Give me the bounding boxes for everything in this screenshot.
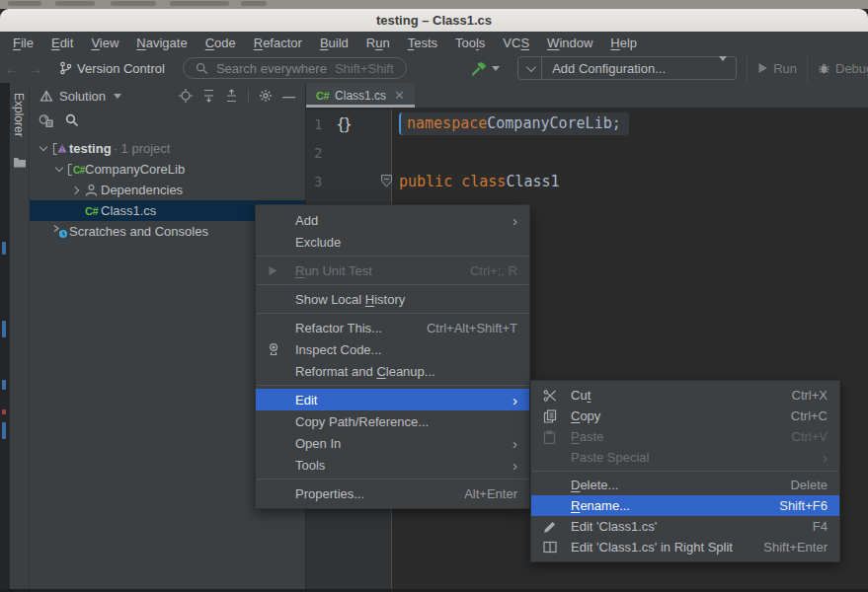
- tree-chevron-right-icon[interactable]: [67, 187, 82, 193]
- menu-item-open-in[interactable]: Open In›: [256, 432, 529, 454]
- tree-item-dependencies[interactable]: Dependencies: [30, 180, 305, 200]
- menu-item-cut[interactable]: CutCtrl+X: [531, 385, 839, 406]
- tool-window-bar: Explorer: [10, 83, 30, 589]
- menu-item-rename[interactable]: Rename...Shift+F6: [531, 495, 839, 516]
- menubar-item-code[interactable]: Code: [197, 34, 245, 52]
- menubar-item-vcs[interactable]: VCS: [494, 34, 538, 52]
- menu-item-copy[interactable]: CopyCtrl+C: [531, 406, 839, 426]
- main-toolbar: ← → Version Control Search everywhere Sh…: [0, 53, 868, 83]
- build-solution-button[interactable]: [471, 61, 500, 76]
- window-title: testing – Class1.cs: [376, 13, 492, 28]
- scratches-icon: [50, 224, 69, 239]
- run-config-chevron-icon: [518, 57, 542, 79]
- scissors-icon: [543, 389, 571, 403]
- menubar-item-help[interactable]: Help: [601, 34, 646, 52]
- back-arrow-icon[interactable]: ←: [0, 60, 24, 77]
- search-everywhere-input[interactable]: Search everywhere Shift+Shift: [183, 57, 407, 79]
- solution-icon: [50, 142, 69, 156]
- split-icon: [543, 541, 571, 554]
- menubar-item-tools[interactable]: Tools: [446, 34, 494, 52]
- code-line-3[interactable]: public class Class1: [393, 167, 868, 195]
- csproj-icon: C#: [66, 163, 85, 177]
- menu-separator: [532, 471, 838, 472]
- copy-icon: [543, 409, 571, 423]
- menu-separator: [257, 313, 528, 314]
- solution-panel-title[interactable]: Solution: [59, 89, 106, 104]
- run-play-icon: [757, 62, 768, 74]
- menu-shortcut: Ctrl+X: [792, 388, 828, 403]
- menubar-item-build[interactable]: Build: [311, 34, 357, 52]
- menu-item-edit-class1-cs-in-right-split[interactable]: Edit 'Class1.cs' in Right SplitShift+Ent…: [531, 537, 839, 557]
- menu-item-tools[interactable]: Tools›: [256, 454, 529, 476]
- menu-item-reformat-and-cleanup[interactable]: Reformat and Cleanup...: [256, 360, 529, 382]
- menu-item-show-local-history[interactable]: Show Local History: [256, 288, 529, 310]
- debug-button[interactable]: Debug: [807, 53, 868, 83]
- submenu-arrow-icon: ›: [513, 213, 517, 228]
- menubar-item-refactor[interactable]: Refactor: [245, 34, 311, 52]
- gutter-line-1: 1{}: [306, 110, 391, 138]
- tree-chevron-down-icon[interactable]: [51, 168, 66, 171]
- tree-chevron-down-icon[interactable]: [36, 147, 50, 150]
- settings-gear-icon[interactable]: [259, 89, 273, 103]
- version-control-button[interactable]: Version Control: [59, 61, 165, 76]
- editor-tab-bar: C# Class1.cs ✕: [306, 83, 868, 109]
- submenu-arrow-icon: ›: [513, 436, 517, 451]
- locate-file-icon[interactable]: [179, 89, 193, 103]
- view-mode-chevron-icon[interactable]: [114, 94, 121, 99]
- tab-title: Class1.cs: [335, 89, 386, 103]
- tree-item-companycorelib[interactable]: C#CompanyCoreLib: [30, 159, 305, 180]
- panel-search-icon[interactable]: [65, 113, 79, 127]
- code-line-2[interactable]: [393, 138, 868, 167]
- tree-item-testing[interactable]: testing · 1 project: [30, 138, 305, 159]
- menu-shortcut: Ctrl+;, R: [470, 263, 517, 278]
- run-configuration-select[interactable]: Add Configuration...: [517, 56, 737, 80]
- code-line-1[interactable]: namespace CompanyCoreLib;: [393, 110, 868, 138]
- collapse-all-icon[interactable]: [225, 89, 238, 103]
- menu-item-properties[interactable]: Properties...Alt+Enter: [256, 482, 529, 504]
- menu-item-edit[interactable]: Edit›: [256, 389, 529, 410]
- submenu-arrow-icon: ›: [823, 450, 828, 465]
- fold-marker-icon[interactable]: [381, 175, 392, 187]
- select-opened-file-icon[interactable]: [38, 113, 53, 127]
- menu-item-exclude[interactable]: Exclude: [256, 231, 529, 253]
- run-button[interactable]: Run: [747, 53, 807, 83]
- menu-item-delete[interactable]: Delete...Delete: [531, 475, 839, 495]
- solution-panel-header: Solution: [30, 83, 305, 109]
- menubar-item-navigate[interactable]: Navigate: [127, 34, 196, 52]
- toolbar-divider: [248, 89, 249, 103]
- menu-item-edit-class1-cs[interactable]: Edit 'Class1.cs'F4: [531, 516, 839, 537]
- pencil-icon: [543, 520, 571, 534]
- hide-panel-icon[interactable]: —: [282, 89, 295, 104]
- menubar-item-tests[interactable]: Tests: [399, 34, 446, 52]
- build-options-chevron-icon[interactable]: [492, 66, 500, 71]
- tab-close-icon[interactable]: ✕: [394, 88, 405, 103]
- gutter-line-2: 2: [306, 138, 391, 167]
- dependencies-icon: [82, 184, 101, 197]
- folder-icon[interactable]: [13, 156, 27, 168]
- menu-item-refactor-this[interactable]: Refactor This...Ctrl+Alt+Shift+T: [256, 317, 529, 338]
- tab-class1-cs[interactable]: C# Class1.cs ✕: [306, 83, 415, 108]
- menu-item-copy-path-reference[interactable]: Copy Path/Reference...: [256, 410, 529, 432]
- expand-all-icon[interactable]: [202, 89, 215, 103]
- menubar-item-file[interactable]: File: [4, 34, 42, 52]
- window-titlebar[interactable]: testing – Class1.cs: [0, 9, 868, 32]
- explorer-tool-window-button[interactable]: Explorer: [12, 93, 26, 137]
- menu-item-inspect-code[interactable]: Inspect Code...: [256, 338, 529, 360]
- submenu-arrow-icon: ›: [513, 458, 517, 473]
- csfile-icon: C#: [82, 205, 101, 217]
- menubar-item-run[interactable]: Run: [357, 34, 399, 52]
- solution-panel-toolbar: [30, 109, 305, 132]
- menu-separator: [257, 479, 528, 480]
- namespace-brace-glyph: {}: [336, 115, 350, 133]
- menu-bar: FileEditViewNavigateCodeRefactorBuildRun…: [0, 32, 868, 53]
- menu-separator: [257, 256, 528, 257]
- menubar-item-edit[interactable]: Edit: [42, 34, 82, 52]
- menu-item-add[interactable]: Add›: [256, 209, 529, 231]
- menu-item-run-unit-test: Run Unit TestCtrl+;, R: [256, 259, 529, 281]
- menu-shortcut: Shift+F6: [779, 498, 828, 513]
- inspect-icon: [268, 342, 295, 356]
- menubar-item-view[interactable]: View: [82, 34, 127, 52]
- forward-arrow-icon[interactable]: →: [24, 60, 47, 77]
- search-shortcut-hint: Shift+Shift: [335, 61, 394, 76]
- menubar-item-window[interactable]: Window: [538, 34, 601, 52]
